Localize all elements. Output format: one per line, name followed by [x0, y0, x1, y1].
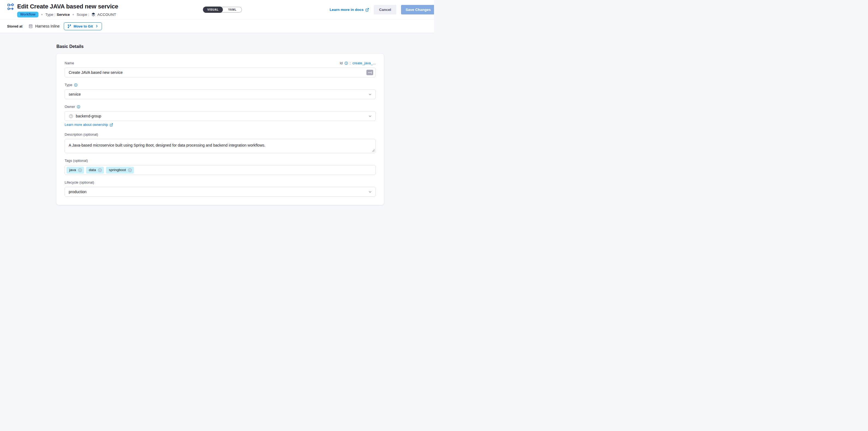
type-select-value: service — [69, 92, 368, 96]
page-header: Edit Create JAVA based new service Workf… — [0, 0, 434, 20]
remove-tag-icon[interactable] — [128, 168, 132, 172]
description-field-group: Description (optional) A Java-based micr… — [65, 132, 376, 153]
tab-visual[interactable]: VISUAL — [203, 6, 223, 13]
id-value-link[interactable]: create_java_... — [352, 61, 376, 65]
id-separator: : — [350, 61, 351, 65]
owner-select[interactable]: backend-group — [65, 111, 376, 121]
tag-chip-label: data — [89, 168, 96, 172]
lifecycle-select[interactable]: production — [65, 187, 376, 197]
tag-chip-label: springboot — [109, 168, 126, 172]
page-title: Edit Create JAVA based new service — [17, 3, 118, 10]
type-select[interactable]: service — [65, 89, 376, 99]
external-link-icon — [110, 123, 113, 127]
separator-dot: ● — [41, 12, 43, 16]
multi-type-input-icon[interactable] — [366, 70, 373, 75]
basic-details-card: Name Id : create_java_... — [56, 54, 384, 205]
owner-field-group: Owner backend-group — [65, 105, 376, 127]
stored-at-label: Stored at — [7, 24, 22, 28]
tag-chip-label: java — [69, 168, 76, 172]
chevron-down-icon — [368, 190, 372, 194]
move-to-git-label: Move to Git — [73, 24, 93, 28]
git-branch-icon — [67, 24, 71, 28]
tags-input[interactable]: java data springbo — [65, 165, 376, 175]
entity-id: Id : create_java_... — [340, 61, 376, 65]
cancel-button[interactable]: Cancel — [374, 5, 396, 14]
type-field-group: Type service — [65, 83, 376, 99]
description-label: Description (optional) — [65, 132, 376, 136]
remove-tag-icon[interactable] — [98, 168, 102, 172]
chevron-down-icon — [368, 92, 372, 96]
storage-type: Harness Inline — [28, 24, 60, 29]
workflow-icon — [7, 3, 14, 10]
owner-label: Owner — [65, 105, 75, 109]
tags-label: Tags (optional) — [65, 159, 376, 163]
visual-yaml-toggle: VISUAL YAML — [203, 7, 242, 12]
name-field-group: Name Id : create_java_... — [65, 61, 376, 77]
inline-storage-icon — [28, 24, 33, 29]
entity-meta: Workflow ● Type : Service ● Scope : ACCO… — [17, 12, 118, 18]
storage-type-label: Harness Inline — [35, 24, 60, 28]
question-circle-icon — [69, 114, 73, 119]
move-to-git-button[interactable]: Move to Git — [64, 22, 102, 30]
separator-dot: ● — [72, 12, 74, 16]
owner-select-value: backend-group — [76, 114, 368, 118]
remove-tag-icon[interactable] — [78, 168, 82, 172]
name-input[interactable] — [65, 68, 376, 77]
storage-bar: Stored at Harness Inline Move to Git — [0, 20, 434, 33]
tag-chip: data — [86, 167, 104, 173]
external-link-icon — [365, 8, 369, 12]
info-icon[interactable] — [76, 105, 81, 109]
save-changes-button[interactable]: Save Changes — [401, 5, 434, 14]
name-label: Name — [65, 61, 74, 65]
chevron-down-icon — [368, 114, 372, 118]
ownership-link-label: Learn more about ownership — [65, 123, 108, 127]
tab-yaml[interactable]: YAML — [223, 7, 242, 12]
scope-meta-value: ACCOUNT — [97, 12, 116, 16]
learn-more-docs-link[interactable]: Learn more in docs — [330, 8, 369, 12]
resize-handle[interactable] — [372, 149, 375, 152]
scope-meta-label: Scope : — [76, 12, 89, 16]
info-icon[interactable] — [344, 61, 348, 65]
tags-field-group: Tags (optional) java data — [65, 159, 376, 175]
workflow-badge: Workflow — [17, 12, 38, 18]
chevron-right-icon — [95, 25, 98, 28]
lifecycle-select-value: production — [69, 190, 368, 194]
lifecycle-label: Lifecycle (optional) — [65, 180, 376, 185]
tag-chip: java — [66, 167, 84, 173]
info-icon[interactable] — [74, 83, 78, 87]
description-textarea[interactable]: A Java-based microservice built using Sp… — [65, 139, 376, 153]
main-content: Basic Details Name Id : create_java_.. — [0, 33, 434, 205]
tag-chip: springboot — [106, 167, 134, 173]
id-label: Id — [340, 61, 343, 65]
section-title: Basic Details — [56, 44, 434, 49]
type-label: Type — [65, 83, 72, 87]
type-meta-value: Service — [57, 12, 70, 16]
docs-link-label: Learn more in docs — [330, 8, 364, 12]
ownership-link[interactable]: Learn more about ownership — [65, 123, 113, 127]
lifecycle-field-group: Lifecycle (optional) production — [65, 180, 376, 197]
layers-icon — [91, 12, 96, 17]
type-meta-label: Type : — [45, 12, 55, 16]
